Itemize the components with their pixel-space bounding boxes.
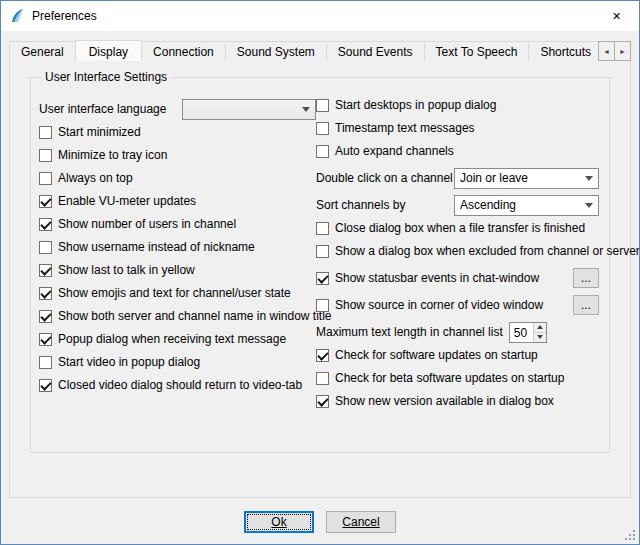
tab-connection[interactable]: Connection xyxy=(141,41,226,61)
language-label: User interface language xyxy=(39,102,166,116)
checkbox-always-on-top[interactable]: Always on top xyxy=(39,171,133,185)
close-button[interactable]: ✕ xyxy=(594,1,639,31)
checkbox-label: Minimize to tray icon xyxy=(58,148,167,162)
checkbox-label: Show number of users in channel xyxy=(58,217,236,231)
checkbox-video-source-corner[interactable]: Show source in corner of video window xyxy=(316,298,543,312)
checkbox-label: Show source in corner of video window xyxy=(335,298,543,312)
checkbox-label: Start video in popup dialog xyxy=(58,355,200,369)
right-column: Start desktops in popup dialog Timestamp… xyxy=(316,98,601,417)
left-column: User interface language Start minimized … xyxy=(39,98,316,417)
checkbox-label: Show a dialog box when excluded from cha… xyxy=(335,244,640,258)
tab-scroll-left-icon[interactable]: ◄ xyxy=(598,41,615,61)
checkbox-box xyxy=(316,245,329,258)
chevron-down-icon xyxy=(302,107,310,112)
checkbox-label: Show username instead of nickname xyxy=(58,240,255,254)
checkbox-box xyxy=(316,272,329,285)
display-tab-pane: User Interface Settings User interface l… xyxy=(9,60,631,498)
spinner-up-icon[interactable] xyxy=(534,323,546,332)
checkbox-box xyxy=(316,122,329,135)
checkbox-show-user-count[interactable]: Show number of users in channel xyxy=(39,217,236,231)
spinner-down-icon[interactable] xyxy=(534,332,546,342)
resize-grip[interactable] xyxy=(633,538,635,540)
checkbox-server-channel-title[interactable]: Show both server and channel name in win… xyxy=(39,309,332,323)
checkbox-label: Closed video dialog should return to vid… xyxy=(58,378,302,392)
tab-shortcuts[interactable]: Shortcuts xyxy=(528,41,603,61)
checkbox-statusbar-events[interactable]: Show statusbar events in chat-window xyxy=(316,271,539,285)
dialog-buttons: Ok Cancel xyxy=(1,511,639,533)
tab-sound-system[interactable]: Sound System xyxy=(225,41,327,61)
cancel-button[interactable]: Cancel xyxy=(326,511,396,533)
checkbox-box xyxy=(316,395,329,408)
checkbox-box xyxy=(39,379,52,392)
checkbox-box xyxy=(316,99,329,112)
checkbox-box xyxy=(316,145,329,158)
checkbox-auto-expand-channels[interactable]: Auto expand channels xyxy=(316,144,454,158)
max-text-length-spinner[interactable]: 50 xyxy=(509,322,547,343)
app-icon xyxy=(9,8,25,24)
tab-scroll-right-icon[interactable]: ► xyxy=(614,41,631,61)
checkbox-check-updates[interactable]: Check for software updates on startup xyxy=(316,348,538,362)
checkbox-video-return-tab[interactable]: Closed video dialog should return to vid… xyxy=(39,378,302,392)
statusbar-events-browse-button[interactable]: ... xyxy=(573,268,599,288)
checkbox-box xyxy=(316,349,329,362)
checkbox-label: Auto expand channels xyxy=(335,144,454,158)
sort-channels-select-value: Ascending xyxy=(460,198,579,212)
checkbox-box xyxy=(39,218,52,231)
tab-general[interactable]: General xyxy=(9,41,76,61)
tab-text-to-speech[interactable]: Text To Speech xyxy=(424,41,530,61)
checkbox-label: Timestamp text messages xyxy=(335,121,475,135)
checkbox-box xyxy=(39,241,52,254)
checkbox-box xyxy=(39,172,52,185)
max-text-length-value[interactable]: 50 xyxy=(510,323,533,342)
checkbox-close-dialog-file-transfer[interactable]: Close dialog box when a file transfer is… xyxy=(316,221,585,235)
checkbox-label: Show statusbar events in chat-window xyxy=(335,271,539,285)
checkbox-box xyxy=(39,356,52,369)
checkbox-show-username[interactable]: Show username instead of nickname xyxy=(39,240,255,254)
group-title: User Interface Settings xyxy=(41,70,171,84)
checkbox-label: Show last to talk in yellow xyxy=(58,263,195,277)
checkbox-box xyxy=(39,195,52,208)
checkbox-last-talk-yellow[interactable]: Show last to talk in yellow xyxy=(39,263,195,277)
checkbox-popup-text-message[interactable]: Popup dialog when receiving text message xyxy=(39,332,286,346)
checkbox-start-video-popup[interactable]: Start video in popup dialog xyxy=(39,355,200,369)
chevron-down-icon xyxy=(585,176,593,181)
sort-channels-label: Sort channels by xyxy=(316,198,405,212)
language-select[interactable] xyxy=(182,99,316,120)
title-bar[interactable]: Preferences ✕ xyxy=(1,1,639,31)
checkbox-label: Check for beta software updates on start… xyxy=(335,371,564,385)
checkbox-show-new-version[interactable]: Show new version available in dialog box xyxy=(316,394,554,408)
chevron-down-icon xyxy=(585,203,593,208)
video-source-browse-button[interactable]: ... xyxy=(573,295,599,315)
checkbox-box xyxy=(39,287,52,300)
tab-scroller: ◄ ► xyxy=(599,41,631,61)
checkbox-label: Popup dialog when receiving text message xyxy=(58,332,286,346)
tab-sound-events[interactable]: Sound Events xyxy=(326,41,425,61)
checkbox-box xyxy=(39,264,52,277)
checkbox-label: Always on top xyxy=(58,171,133,185)
checkbox-start-minimized[interactable]: Start minimized xyxy=(39,125,141,139)
sort-channels-select[interactable]: Ascending xyxy=(454,195,599,216)
checkbox-label: Enable VU-meter updates xyxy=(58,194,196,208)
checkbox-enable-vu-meter[interactable]: Enable VU-meter updates xyxy=(39,194,196,208)
checkbox-check-beta-updates[interactable]: Check for beta software updates on start… xyxy=(316,371,564,385)
checkbox-show-emojis[interactable]: Show emojis and text for channel/user st… xyxy=(39,286,291,300)
checkbox-label: Start minimized xyxy=(58,125,141,139)
checkbox-timestamp-messages[interactable]: Timestamp text messages xyxy=(316,121,475,135)
user-interface-settings-group: User Interface Settings User interface l… xyxy=(30,77,610,453)
double-click-select[interactable]: Join or leave xyxy=(454,168,599,189)
checkbox-label: Show new version available in dialog box xyxy=(335,394,554,408)
checkbox-box xyxy=(39,149,52,162)
window-title: Preferences xyxy=(32,9,97,23)
ok-button[interactable]: Ok xyxy=(244,511,314,533)
checkbox-label: Show both server and channel name in win… xyxy=(58,309,332,323)
checkbox-dialog-when-excluded[interactable]: Show a dialog box when excluded from cha… xyxy=(316,244,640,258)
checkbox-label: Start desktops in popup dialog xyxy=(335,98,496,112)
checkbox-box xyxy=(39,310,52,323)
max-text-length-label: Maximum text length in channel list xyxy=(316,325,503,339)
tab-display[interactable]: Display xyxy=(75,40,142,61)
checkbox-start-desktops-popup[interactable]: Start desktops in popup dialog xyxy=(316,98,496,112)
double-click-select-value: Join or leave xyxy=(460,171,579,185)
checkbox-box xyxy=(39,333,52,346)
checkbox-label: Show emojis and text for channel/user st… xyxy=(58,286,291,300)
checkbox-minimize-to-tray[interactable]: Minimize to tray icon xyxy=(39,148,167,162)
